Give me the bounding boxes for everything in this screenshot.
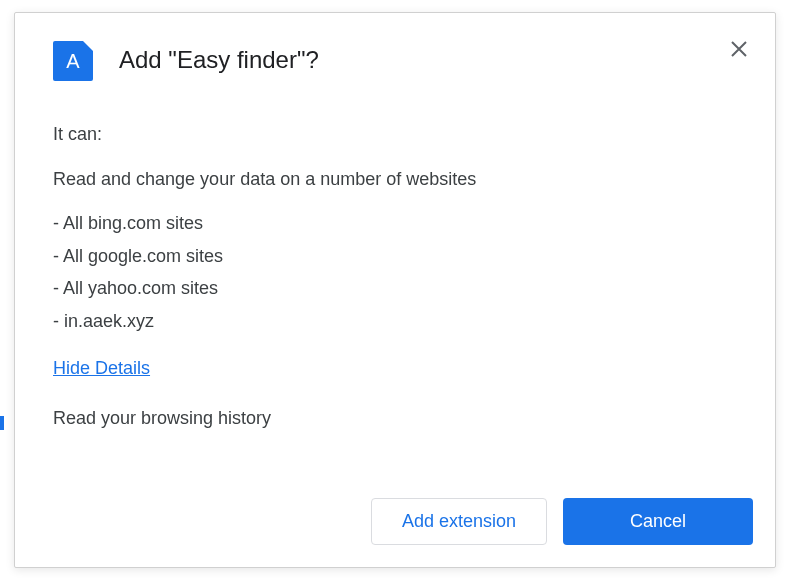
site-item: - All bing.com sites (53, 208, 737, 239)
it-can-label: It can: (53, 119, 737, 150)
cancel-button[interactable]: Cancel (563, 498, 753, 545)
close-button[interactable] (723, 33, 755, 65)
extension-install-dialog: A Add "Easy finder"? It can: Read and ch… (14, 12, 776, 568)
permission-secondary: Read your browsing history (53, 403, 737, 434)
site-item: - All yahoo.com sites (53, 273, 737, 304)
extension-icon-letter: A (66, 50, 79, 73)
hide-details-link[interactable]: Hide Details (53, 353, 150, 384)
site-item: - in.aaek.xyz (53, 306, 737, 337)
dialog-header: A Add "Easy finder"? (15, 13, 775, 81)
dialog-footer: Add extension Cancel (15, 498, 775, 567)
left-accent (0, 416, 4, 430)
dialog-title: Add "Easy finder"? (119, 46, 319, 74)
site-item: - All google.com sites (53, 241, 737, 272)
extension-icon: A (53, 41, 93, 81)
add-extension-button[interactable]: Add extension (371, 498, 547, 545)
permission-sites-list: - All bing.com sites - All google.com si… (53, 208, 737, 336)
permission-heading: Read and change your data on a number of… (53, 164, 737, 195)
close-icon (730, 40, 748, 58)
dialog-body: It can: Read and change your data on a n… (15, 81, 775, 498)
